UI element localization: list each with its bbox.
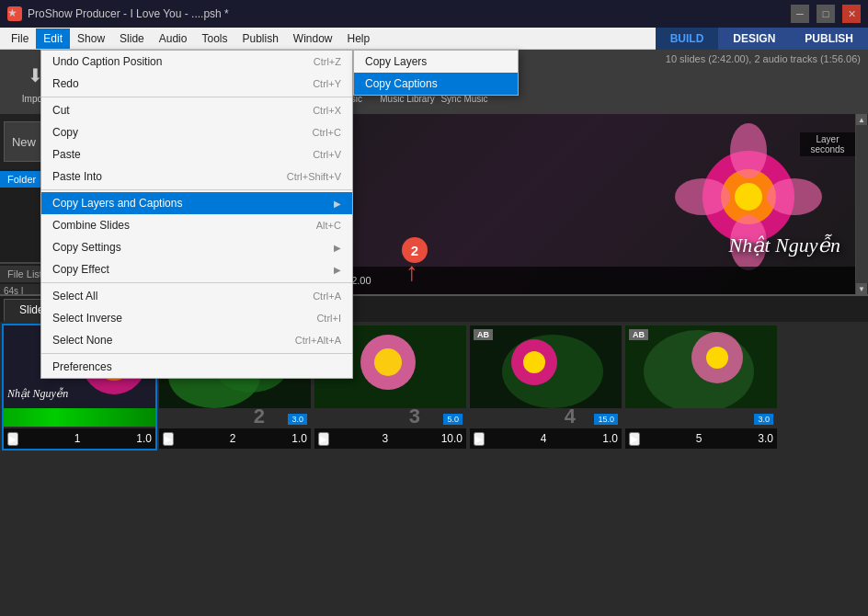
- copy-captions-label: Copy Captions: [365, 77, 438, 90]
- select-all-shortcut: Ctrl+A: [313, 291, 341, 302]
- layer-label: Layer: [804, 134, 851, 144]
- slide-5[interactable]: AB 3.0 ▶ 5 3.0: [625, 325, 777, 449]
- slide-4-play[interactable]: ▶: [474, 432, 485, 446]
- menu-edit[interactable]: Edit: [36, 29, 70, 49]
- folder-tab[interactable]: Folder: [0, 171, 43, 188]
- step2-arrow-up: ↑: [405, 259, 428, 285]
- menu-select-none[interactable]: Select None Ctrl+Alt+A: [41, 329, 352, 351]
- menu-cut[interactable]: Cut Ctrl+X: [41, 99, 352, 121]
- slide-2-numoverlay: 2: [254, 405, 265, 428]
- menu-file[interactable]: File: [4, 29, 36, 49]
- svg-point-16: [374, 348, 402, 376]
- slide-5-play[interactable]: ▶: [629, 432, 640, 446]
- menu-help[interactable]: Help: [340, 29, 378, 49]
- sep-3: [41, 282, 352, 283]
- slide-1-duration: 1.0: [136, 432, 152, 445]
- menu-copy-settings[interactable]: Copy Settings ▶: [41, 236, 352, 258]
- svg-point-24: [706, 347, 728, 369]
- title-bar: ★ ProShow Producer - I Love You - ....ps…: [0, 0, 868, 28]
- menu-undo[interactable]: Undo Caption Position Ctrl+Z: [41, 51, 352, 73]
- app-icon: ★: [7, 6, 22, 21]
- select-none-label: Select None: [52, 334, 112, 347]
- menu-audio[interactable]: Audio: [152, 29, 195, 49]
- menu-combine-slides[interactable]: Combine Slides Alt+C: [41, 214, 352, 236]
- menu-bar: File Edit Show Slide Audio Tools Publish…: [0, 28, 868, 50]
- slide-3-play[interactable]: ▶: [318, 432, 329, 446]
- slide-3-num: 3: [382, 432, 388, 445]
- scroll-bar-right: ▲ ▼: [855, 114, 868, 294]
- build-button[interactable]: BUILD: [656, 28, 719, 50]
- copy-label: Copy: [52, 126, 78, 139]
- slide-3-numoverlay: 3: [409, 405, 420, 428]
- copy-shortcut: Ctrl+C: [313, 127, 341, 138]
- redo-label: Redo: [52, 77, 79, 90]
- copy-layers-captions-label: Copy Layers and Captions: [52, 197, 182, 210]
- sep-1: [41, 97, 352, 97]
- slide-4-timing: 15.0: [594, 414, 618, 425]
- slide-1-audio: [4, 408, 155, 427]
- menu-window[interactable]: Window: [286, 29, 340, 49]
- slide-4-num: 4: [541, 432, 547, 445]
- scroll-down-arrow[interactable]: ▼: [856, 283, 867, 294]
- menu-slide[interactable]: Slide: [112, 29, 152, 49]
- copy-layers-captions-arrow: ▶: [334, 199, 341, 209]
- menu-select-inverse[interactable]: Select Inverse Ctrl+I: [41, 307, 352, 329]
- slide-2-duration: 1.0: [291, 432, 307, 445]
- close-button[interactable]: ✕: [842, 5, 861, 23]
- scroll-up-arrow[interactable]: ▲: [856, 114, 867, 125]
- menu-publish[interactable]: Publish: [234, 29, 285, 49]
- publish-button[interactable]: PUBLISH: [790, 28, 868, 50]
- menu-tools[interactable]: Tools: [194, 29, 234, 49]
- slide-2-timing: 3.0: [288, 414, 307, 425]
- design-button[interactable]: DESIGN: [718, 28, 790, 50]
- slide-4[interactable]: AB 15.0 4 ▶ 4 1.0: [470, 325, 622, 449]
- select-inverse-label: Select Inverse: [52, 312, 122, 325]
- sep-2: [41, 189, 352, 190]
- slide-4-numoverlay: 4: [565, 405, 576, 428]
- menu-copy-layers-captions[interactable]: Copy Layers and Captions ▶: [41, 192, 352, 214]
- menu-show[interactable]: Show: [70, 29, 112, 49]
- svg-point-2: [735, 183, 762, 211]
- edit-dropdown-menu: Undo Caption Position Ctrl+Z Redo Ctrl+Y…: [40, 50, 353, 379]
- copy-layers-submenu: Copy Layers Copy Captions: [353, 50, 519, 96]
- copy-effect-label: Copy Effect: [52, 263, 109, 276]
- menu-redo[interactable]: Redo Ctrl+Y: [41, 73, 352, 95]
- preferences-label: Preferences: [52, 360, 112, 373]
- slide-3-duration: 10.0: [441, 432, 463, 445]
- minimize-button[interactable]: ─: [791, 5, 809, 23]
- submenu-copy-captions[interactable]: Copy Captions: [354, 73, 518, 95]
- slide-2-num: 2: [230, 432, 236, 445]
- slide-5-overlay: ▶ 5 3.0: [625, 428, 777, 449]
- slide-3-overlay: ▶ 3 10.0: [314, 428, 466, 449]
- paste-shortcut: Ctrl+V: [313, 149, 341, 160]
- menu-copy-effect[interactable]: Copy Effect ▶: [41, 258, 352, 280]
- paste-into-label: Paste Into: [52, 170, 102, 183]
- submenu-copy-layers[interactable]: Copy Layers: [354, 51, 518, 73]
- menu-select-all[interactable]: Select All Ctrl+A: [41, 285, 352, 307]
- step2-group: 2 ↑: [402, 237, 428, 285]
- slide-2-play[interactable]: ▶: [163, 432, 174, 446]
- slide-5-timing: 3.0: [754, 414, 773, 425]
- maximize-button[interactable]: □: [817, 5, 835, 23]
- sep-4: [41, 353, 352, 354]
- undo-label: Undo Caption Position: [52, 55, 162, 68]
- menu-paste-into[interactable]: Paste Into Ctrl+Shift+V: [41, 165, 352, 188]
- slide-1-play[interactable]: ▶: [7, 432, 18, 446]
- slide-1-num: 1: [74, 432, 81, 445]
- slide-5-ab: AB: [629, 329, 648, 340]
- cut-label: Cut: [52, 104, 70, 117]
- copy-settings-arrow: ▶: [334, 243, 341, 253]
- scroll-thumb: [856, 125, 868, 283]
- slide-5-num: 5: [696, 432, 702, 445]
- copy-settings-label: Copy Settings: [52, 241, 121, 254]
- slide-4-ab: AB: [474, 329, 493, 340]
- menu-preferences[interactable]: Preferences: [41, 356, 352, 378]
- artist-name: Nhật Nguyễn: [729, 234, 840, 257]
- menu-copy[interactable]: Copy Ctrl+C: [41, 121, 352, 143]
- status-text: 10 slides (2:42.00), 2 audio tracks (1:5…: [666, 53, 861, 64]
- slide-2-overlay: ▶ 2 1.0: [159, 428, 311, 449]
- menu-paste[interactable]: Paste Ctrl+V: [41, 143, 352, 165]
- top-right-buttons: BUILD DESIGN PUBLISH: [656, 28, 868, 50]
- undo-shortcut: Ctrl+Z: [314, 56, 341, 67]
- new-button[interactable]: New: [4, 121, 44, 162]
